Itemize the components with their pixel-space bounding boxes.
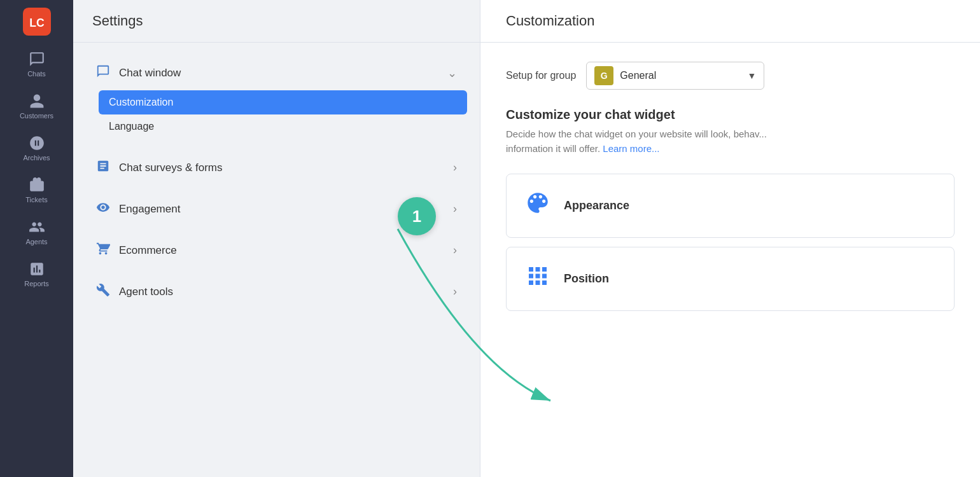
panels-wrapper: Settings Chat window ⌄ Customization Lan… xyxy=(73,0,980,477)
menu-section-surveys: Chat surveys & forms › xyxy=(86,150,467,185)
widget-desc: Decide how the chat widget on your websi… xyxy=(506,127,955,156)
engagement-icon xyxy=(96,200,110,218)
engagement-label: Engagement xyxy=(119,203,180,216)
sidebar-item-archives-label: Archives xyxy=(23,154,50,162)
learn-more-link[interactable]: Learn more... xyxy=(603,143,659,154)
card-position-label: Position xyxy=(564,272,609,286)
group-name: General xyxy=(620,70,741,81)
agent-tools-icon xyxy=(96,283,110,300)
surveys-chevron: › xyxy=(453,161,457,174)
chat-window-label: Chat window xyxy=(119,67,181,80)
svg-text:LC: LC xyxy=(29,17,45,29)
group-avatar: G xyxy=(594,66,613,85)
position-icon xyxy=(524,263,551,295)
settings-title: Settings xyxy=(73,0,480,43)
sidebar-item-customers-label: Customers xyxy=(20,112,53,120)
menu-section-chat-window: Chat window ⌄ Customization Language xyxy=(86,55,467,144)
submenu-language[interactable]: Language xyxy=(99,114,467,139)
ecommerce-label: Ecommerce xyxy=(119,244,177,257)
archives-icon xyxy=(29,135,45,151)
card-position[interactable]: Position xyxy=(506,247,955,311)
dropdown-arrow-icon: ▼ xyxy=(747,71,756,81)
settings-panel: Settings Chat window ⌄ Customization Lan… xyxy=(73,0,480,477)
ecommerce-chevron: › xyxy=(453,244,457,257)
reports-icon xyxy=(29,261,45,277)
menu-item-chat-window[interactable]: Chat window ⌄ xyxy=(86,55,467,90)
sidebar-item-customers[interactable]: Customers xyxy=(0,85,73,127)
setup-group-bar: Setup for group G General ▼ xyxy=(506,62,955,90)
settings-content: Chat window ⌄ Customization Language Cha… xyxy=(73,43,480,328)
chat-window-icon xyxy=(96,64,110,81)
sidebar: LC Chats Customers Archives Tickets Agen xyxy=(0,0,73,477)
card-appearance[interactable]: Appearance xyxy=(506,174,955,238)
sidebar-item-reports[interactable]: Reports xyxy=(0,253,73,295)
sidebar-item-agents-label: Agents xyxy=(25,238,47,245)
widget-title: Customize your chat widget xyxy=(506,107,955,122)
menu-section-agent-tools: Agent tools › xyxy=(86,274,467,309)
menu-item-surveys[interactable]: Chat surveys & forms › xyxy=(86,150,467,185)
sidebar-item-archives[interactable]: Archives xyxy=(0,127,73,169)
menu-section-ecommerce: Ecommerce › xyxy=(86,233,467,268)
sidebar-item-chats[interactable]: Chats xyxy=(0,43,73,85)
tooltip-bubble: 1 xyxy=(398,197,436,235)
chat-icon xyxy=(29,51,45,67)
ecommerce-icon xyxy=(96,242,110,259)
customization-title: Customization xyxy=(480,0,980,43)
agent-tools-chevron: › xyxy=(453,285,457,298)
setup-group-label: Setup for group xyxy=(506,70,576,81)
engagement-chevron: › xyxy=(453,202,457,216)
sidebar-item-tickets-label: Tickets xyxy=(25,196,47,204)
tickets-icon xyxy=(29,177,45,193)
logo: LC xyxy=(22,6,52,37)
sidebar-item-agents[interactable]: Agents xyxy=(0,211,73,253)
submenu-customization[interactable]: Customization xyxy=(99,90,467,114)
surveys-label: Chat surveys & forms xyxy=(119,162,223,174)
sidebar-item-reports-label: Reports xyxy=(24,280,49,287)
agent-tools-label: Agent tools xyxy=(119,286,173,298)
customization-panel: Customization Setup for group G General … xyxy=(480,0,980,477)
appearance-icon xyxy=(524,190,551,222)
sidebar-item-chats-label: Chats xyxy=(27,70,46,78)
group-initial: G xyxy=(601,71,608,81)
customers-icon xyxy=(29,93,45,109)
tooltip-number: 1 xyxy=(412,207,421,226)
menu-item-ecommerce[interactable]: Ecommerce › xyxy=(86,233,467,268)
card-appearance-label: Appearance xyxy=(564,199,629,212)
agents-icon xyxy=(29,219,45,235)
chat-window-submenu: Customization Language xyxy=(86,90,467,144)
chat-window-chevron: ⌄ xyxy=(447,66,457,80)
menu-item-agent-tools[interactable]: Agent tools › xyxy=(86,274,467,309)
group-select[interactable]: G General ▼ xyxy=(586,62,764,90)
surveys-icon xyxy=(96,159,110,176)
customization-content: Setup for group G General ▼ Customize yo… xyxy=(480,43,980,339)
sidebar-item-tickets[interactable]: Tickets xyxy=(0,169,73,211)
